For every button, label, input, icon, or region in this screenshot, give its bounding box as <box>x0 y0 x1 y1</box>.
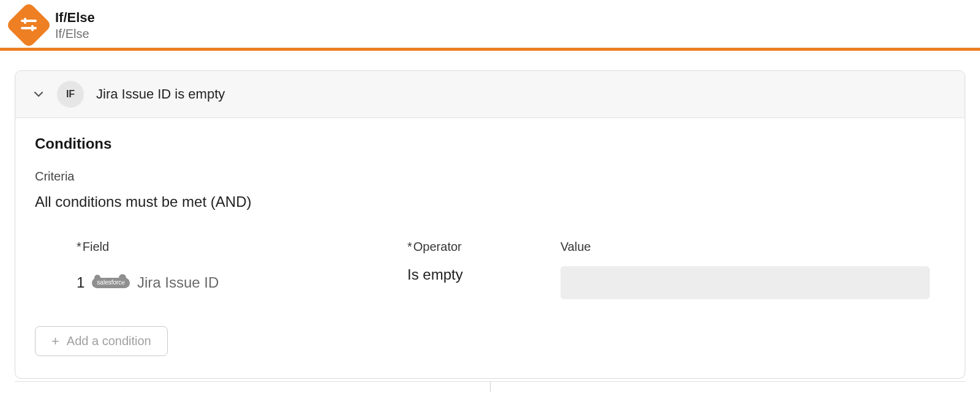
panel-header[interactable]: IF Jira Issue ID is empty <box>15 71 965 118</box>
chevron-down-icon[interactable] <box>32 88 45 100</box>
svg-rect-0 <box>21 20 37 22</box>
if-branch-panel: IF Jira Issue ID is empty Conditions Cri… <box>15 70 965 379</box>
col-header-value: Value <box>560 240 945 254</box>
condition-operator-cell[interactable]: Is empty <box>407 266 560 299</box>
col-header-field: Field <box>77 240 407 254</box>
add-condition-button[interactable]: + Add a condition <box>35 326 168 356</box>
add-condition-label: Add a condition <box>67 334 151 348</box>
node-title: If/Else <box>55 10 95 26</box>
condition-field-cell[interactable]: 1 salesforce Jira Issue ID <box>77 266 407 299</box>
criteria-value[interactable]: All conditions must be met (AND) <box>35 193 945 210</box>
svg-rect-1 <box>21 27 37 29</box>
condition-field-name: Jira Issue ID <box>137 274 219 291</box>
if-else-icon <box>6 2 52 48</box>
salesforce-icon: salesforce <box>92 278 130 288</box>
criteria-label: Criteria <box>35 169 945 184</box>
horizontal-scrollbar[interactable] <box>15 381 965 392</box>
conditions-table: Field Operator Value 1 salesforce Jira I… <box>35 240 945 299</box>
svg-rect-3 <box>31 25 34 31</box>
condition-row-number: 1 <box>77 274 85 291</box>
node-subtitle: If/Else <box>55 27 95 41</box>
divider <box>0 48 980 51</box>
condition-value-input[interactable] <box>560 266 930 299</box>
branch-title: Jira Issue ID is empty <box>96 86 225 102</box>
node-header: If/Else If/Else <box>0 0 980 48</box>
col-header-operator: Operator <box>407 240 560 254</box>
if-badge: IF <box>57 81 84 108</box>
plus-icon: + <box>51 335 59 348</box>
conditions-heading: Conditions <box>35 135 945 152</box>
panel-body: Conditions Criteria All conditions must … <box>15 118 965 378</box>
svg-rect-2 <box>24 18 26 24</box>
